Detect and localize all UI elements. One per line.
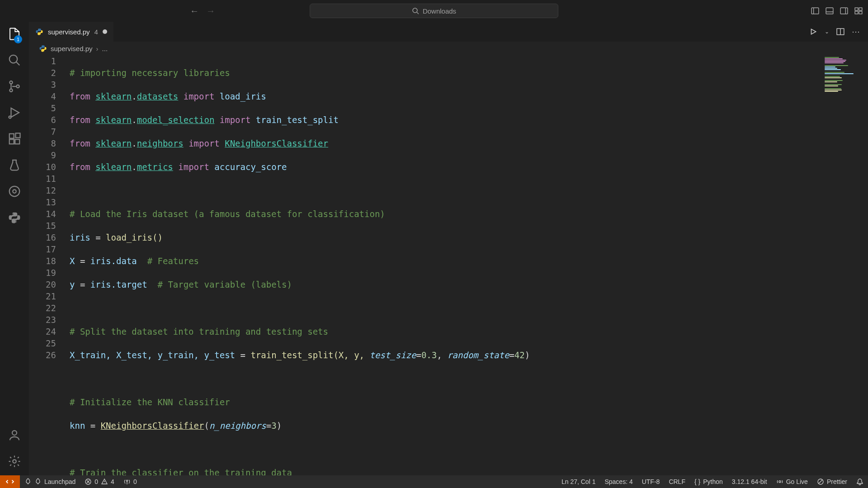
python-env-icon[interactable]: [8, 211, 21, 226]
gitlens-icon[interactable]: [8, 185, 21, 200]
more-actions-icon[interactable]: ⋯: [852, 27, 860, 37]
explorer-icon[interactable]: 1: [8, 27, 21, 43]
python-file-icon: [35, 28, 43, 36]
svg-rect-8: [855, 8, 858, 10]
svg-point-25: [12, 431, 17, 435]
command-center-search[interactable]: Downloads: [310, 4, 558, 18]
settings-gear-icon[interactable]: [8, 455, 21, 470]
source-control-icon[interactable]: [8, 80, 21, 95]
braces-icon: { }: [694, 478, 700, 485]
error-icon: [85, 478, 92, 485]
remote-indicator-icon[interactable]: [0, 475, 20, 488]
status-bar: Launchpad 0 4 0 Ln 27, Col 1 Spaces: 4 U…: [0, 475, 868, 488]
svg-point-16: [16, 85, 19, 88]
breadcrumb-filename: supervised.py: [51, 45, 93, 52]
svg-rect-19: [9, 134, 14, 138]
svg-rect-11: [859, 11, 862, 14]
rocket-icon: [24, 478, 32, 485]
svg-rect-21: [15, 139, 19, 144]
run-dropdown-icon[interactable]: ⌄: [825, 28, 829, 35]
tabs-row: supervised.py 4 ⌄ ⋯: [29, 22, 868, 42]
svg-point-26: [13, 460, 16, 463]
activity-bar: 1: [0, 22, 29, 475]
minimap[interactable]: [823, 55, 868, 475]
interpreter-button[interactable]: 3.12.1 64-bit: [727, 478, 772, 485]
svg-point-0: [413, 8, 417, 13]
panel-bottom-icon[interactable]: [826, 7, 834, 15]
code-content[interactable]: # importing necessary libraries from skl…: [70, 55, 823, 475]
notifications-button[interactable]: [852, 478, 868, 485]
accounts-icon[interactable]: [8, 428, 21, 444]
eol-button[interactable]: CRLF: [664, 478, 690, 485]
cancel-icon: [817, 478, 824, 485]
explorer-badge: 1: [14, 35, 22, 43]
encoding-button[interactable]: UTF-8: [637, 478, 665, 485]
split-editor-icon[interactable]: [836, 28, 844, 36]
title-bar: ← → Downloads: [0, 0, 868, 22]
extensions-icon[interactable]: [8, 132, 21, 147]
warning-icon: [101, 478, 108, 485]
svg-marker-27: [811, 29, 816, 34]
svg-marker-17: [11, 108, 19, 117]
rocket-icon: [34, 478, 42, 485]
bell-icon: [856, 478, 863, 485]
line-gutter: 1234567891011121314151617181920212223242…: [29, 55, 70, 475]
nav-forward-icon[interactable]: →: [206, 6, 215, 16]
breadcrumb-more: ...: [102, 45, 108, 52]
layout-grid-icon[interactable]: [854, 7, 863, 15]
testing-icon[interactable]: [8, 158, 21, 174]
svg-rect-2: [811, 8, 819, 14]
search-text: Downloads: [423, 7, 456, 15]
tab-supervised[interactable]: supervised.py 4: [29, 22, 114, 42]
svg-point-14: [9, 81, 12, 84]
run-debug-icon[interactable]: [8, 106, 21, 121]
launchpad-button[interactable]: Launchpad: [20, 478, 80, 485]
prettier-button[interactable]: Prettier: [812, 478, 852, 485]
tab-modified-dot-icon: [103, 29, 107, 34]
svg-point-12: [9, 55, 18, 63]
search-sidebar-icon[interactable]: [8, 53, 21, 69]
broadcast-icon: [776, 478, 783, 485]
svg-line-37: [819, 480, 822, 483]
svg-point-23: [9, 186, 20, 197]
search-icon: [412, 7, 419, 14]
breadcrumb-chevron-icon: ›: [96, 45, 99, 52]
tab-filename: supervised.py: [48, 28, 90, 36]
svg-rect-4: [826, 8, 833, 14]
svg-point-15: [9, 89, 12, 92]
editor-body[interactable]: 1234567891011121314151617181920212223242…: [29, 55, 868, 475]
svg-point-18: [9, 116, 11, 118]
svg-rect-6: [840, 8, 848, 14]
python-file-icon: [39, 44, 47, 52]
svg-rect-10: [855, 11, 858, 14]
cursor-position[interactable]: Ln 27, Col 1: [557, 478, 600, 485]
svg-point-24: [13, 190, 16, 193]
go-live-button[interactable]: Go Live: [772, 478, 812, 485]
panel-left-icon[interactable]: [811, 7, 819, 15]
run-icon[interactable]: [809, 28, 817, 36]
tab-problems-count: 4: [94, 28, 98, 36]
language-mode-button[interactable]: { } Python: [690, 478, 727, 485]
svg-rect-22: [16, 133, 20, 138]
panel-right-icon[interactable]: [840, 7, 848, 15]
ports-button[interactable]: 0: [119, 478, 142, 485]
svg-line-1: [417, 12, 419, 14]
problems-button[interactable]: 0 4: [80, 478, 119, 485]
svg-point-35: [779, 481, 781, 483]
breadcrumb[interactable]: supervised.py › ...: [29, 42, 868, 55]
indentation-button[interactable]: Spaces: 4: [600, 478, 637, 485]
radio-tower-icon: [123, 478, 131, 485]
nav-back-icon[interactable]: ←: [190, 6, 199, 16]
svg-rect-9: [859, 8, 862, 10]
svg-rect-20: [9, 139, 14, 144]
svg-line-13: [16, 62, 20, 66]
